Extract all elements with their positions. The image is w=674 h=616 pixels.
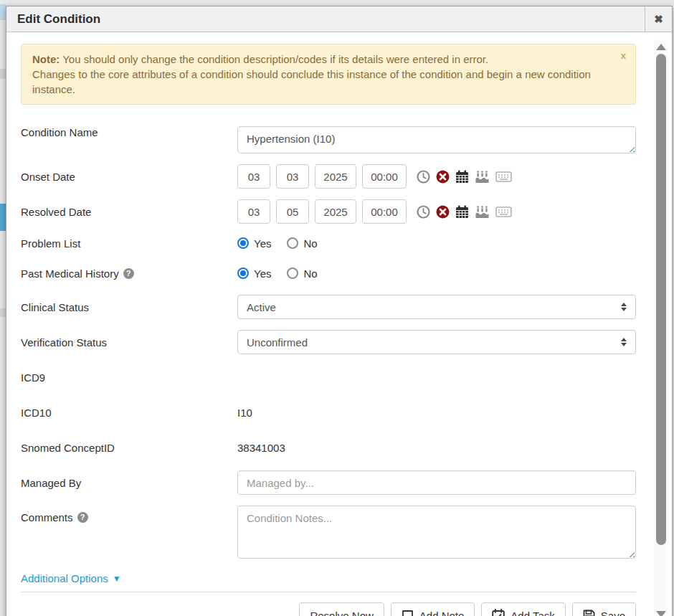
calendar-check-icon [492, 609, 505, 616]
onset-date-icons [417, 170, 512, 184]
onset-date-row: Onset Date [21, 164, 636, 189]
clinical-status-select[interactable]: Active [237, 295, 636, 319]
managed-by-label: Managed By [21, 477, 237, 489]
snomed-row: Snomed ConceptID 38341003 [21, 435, 636, 460]
onset-month-input[interactable] [237, 164, 270, 189]
condition-name-input[interactable]: Hypertension (I10) [237, 126, 636, 153]
calendar-icon[interactable] [455, 170, 469, 184]
note-line-2: Changes to the core attributes of a cond… [32, 67, 608, 97]
modal-header: Edit Condition ✖ [6, 6, 672, 32]
radio-checked-icon[interactable] [237, 267, 249, 279]
select-carets-icon [621, 338, 627, 346]
onset-day-input[interactable] [276, 164, 309, 189]
birthday-cake-icon[interactable] [475, 170, 490, 184]
save-button[interactable]: Save [572, 602, 636, 616]
managed-by-input[interactable] [237, 470, 636, 495]
clinical-status-row: Clinical Status Active [21, 295, 636, 319]
radio-unchecked-icon[interactable] [287, 267, 298, 279]
save-icon [583, 610, 595, 616]
resolved-month-input[interactable] [237, 199, 270, 224]
radio-label: Yes [254, 267, 271, 280]
clear-circle-icon[interactable] [436, 170, 450, 184]
clear-circle-icon[interactable] [436, 205, 450, 219]
condition-name-label: Condition Name [21, 126, 237, 138]
icd9-row: ICD9 [21, 365, 636, 389]
radio-checked-icon[interactable] [237, 237, 249, 249]
problem-list-label: Problem List [21, 237, 237, 250]
comments-input[interactable] [237, 506, 636, 559]
onset-year-input[interactable] [315, 164, 356, 189]
pmh-yes-radio[interactable]: Yes [237, 267, 271, 280]
resolve-now-button[interactable]: Resolve Now [299, 602, 384, 616]
background-page-fragment [0, 204, 6, 231]
calendar-icon[interactable] [455, 205, 469, 219]
birthday-cake-icon[interactable] [475, 205, 490, 219]
close-icon[interactable]: ✖ [645, 6, 672, 32]
verification-status-value: Unconfirmed [247, 336, 308, 349]
button-label: Add Note [419, 610, 465, 616]
verification-status-select[interactable]: Unconfirmed [237, 330, 636, 354]
snomed-value: 38341003 [237, 442, 285, 454]
onset-time-input[interactable] [362, 164, 407, 189]
snomed-label: Snomed ConceptID [21, 442, 237, 454]
help-question-icon[interactable]: ? [123, 268, 134, 279]
radio-label: Yes [254, 237, 271, 250]
clinical-status-value: Active [247, 301, 276, 313]
note-prefix: Note: [32, 53, 60, 65]
problem-list-yes-radio[interactable]: Yes [237, 237, 271, 250]
past-medical-history-row: Past Medical History ? Yes No [21, 265, 636, 282]
add-task-button[interactable]: Add Task [481, 602, 565, 616]
resolved-date-row: Resolved Date [21, 199, 636, 224]
icd10-label: ICD10 [21, 407, 237, 419]
keyboard-icon[interactable] [495, 171, 512, 183]
additional-options-label: Additional Options [21, 572, 108, 584]
verification-status-row: Verification Status Unconfirmed [21, 330, 636, 354]
past-medical-history-label-text: Past Medical History [21, 267, 119, 280]
resolved-time-input[interactable] [362, 199, 407, 224]
scrollbar-thumb[interactable] [656, 54, 666, 545]
clock-icon[interactable] [417, 170, 430, 184]
background-page-fragment [0, 69, 6, 79]
button-label: Resolve Now [310, 610, 373, 616]
chevron-down-icon: ▼ [113, 574, 121, 584]
background-page-fragment [0, 4, 6, 20]
modal-title: Edit Condition [6, 12, 645, 27]
resolved-date-icons [417, 205, 512, 219]
comments-row: Comments ? [21, 506, 636, 559]
pmh-no-radio[interactable]: No [287, 267, 317, 280]
note-line-1: Note: You should only change the conditi… [32, 52, 608, 67]
note-line1-text: You should only change the condition des… [60, 53, 488, 65]
problem-list-row: Problem List Yes No [21, 234, 636, 252]
condition-name-row: Condition Name Hypertension (I10) [21, 126, 636, 153]
button-label: Add Task [511, 610, 554, 616]
onset-date-label: Onset Date [21, 171, 237, 183]
resolved-day-input[interactable] [276, 199, 309, 224]
note-dismiss-icon[interactable]: x [621, 51, 626, 60]
additional-options-link[interactable]: Additional Options ▼ [21, 572, 121, 584]
comments-label-text: Comments [21, 511, 73, 523]
scroll-down-arrow-icon[interactable] [656, 611, 666, 616]
sticky-note-icon [402, 610, 414, 616]
resolved-year-input[interactable] [315, 199, 356, 224]
radio-unchecked-icon[interactable] [287, 237, 298, 249]
past-medical-history-label: Past Medical History ? [21, 267, 237, 280]
clock-icon[interactable] [417, 205, 430, 219]
comments-label: Comments ? [21, 506, 237, 523]
scrollbar[interactable] [654, 39, 668, 616]
scroll-up-arrow-icon[interactable] [656, 44, 666, 50]
keyboard-icon[interactable] [495, 206, 512, 218]
footer-divider [21, 592, 636, 592]
select-carets-icon [621, 303, 627, 311]
warning-note: x Note: You should only change the condi… [21, 44, 636, 105]
problem-list-no-radio[interactable]: No [287, 237, 317, 250]
resolved-date-label: Resolved Date [21, 206, 237, 218]
button-label: Save [601, 610, 625, 616]
help-question-icon[interactable]: ? [77, 512, 88, 523]
modal-body: x Note: You should only change the condi… [6, 32, 650, 616]
managed-by-row: Managed By [21, 470, 636, 495]
icd10-value: I10 [237, 407, 252, 419]
edit-condition-modal: Edit Condition ✖ x Note: You should only… [6, 6, 673, 616]
background-page-fragment [0, 308, 6, 317]
verification-status-label: Verification Status [21, 336, 237, 349]
add-note-button[interactable]: Add Note [391, 602, 475, 616]
